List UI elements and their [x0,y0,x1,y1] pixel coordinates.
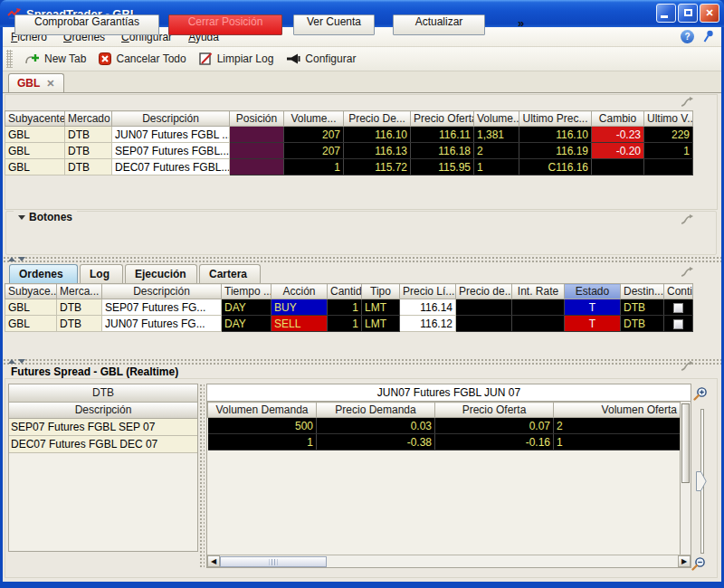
col-volumen-demanda[interactable]: Volume... [284,111,344,127]
conti-checkbox[interactable] [673,303,683,313]
collapse-triangle-icon [18,215,25,220]
application-window: SpreadTrader - GBL ✕ Fichero Ordenes Con… [0,0,724,588]
ocol-int-rate[interactable]: Int. Rate [512,284,565,299]
position-row-dec07[interactable]: GBL DTB DEC07 Futures FGBL... 1 115.72 1… [5,159,693,175]
qcol-volumen-oferta[interactable]: Volumen Oferta [554,403,681,418]
col-precio-demanda[interactable]: Precio De... [344,111,411,127]
ocol-mercado[interactable]: Merca... [57,284,102,299]
detach-spread-icon[interactable] [681,361,693,372]
zoom-out-icon[interactable] [691,556,707,573]
col-precio-oferta[interactable]: Precio Oferta [411,111,474,127]
conti-checkbox[interactable] [673,319,683,329]
col-subyacente[interactable]: Subyacente [5,111,65,127]
ocol-destino[interactable]: Destin... [621,284,664,299]
descripcion-header[interactable]: Descripción [9,403,197,419]
configure-icon [286,52,300,65]
tab-cartera[interactable]: Cartera [199,264,261,283]
quote-row-sep07[interactable]: 500 0.03 0.07 2 [208,418,681,434]
spread-vertical-splitter[interactable] [199,384,205,568]
scroll-left-arrow[interactable]: ◀ [207,555,220,567]
splitter-down-icon[interactable] [18,359,25,364]
col-mercado[interactable]: Mercado [65,111,112,127]
ver-cuenta-button[interactable]: Ver Cuenta [293,14,375,35]
close-button[interactable]: ✕ [700,4,719,23]
spread-legs-panel: DTB Descripción SEP07 Futures FGBL SEP 0… [8,384,198,552]
botones-group: Botones [5,211,717,255]
toolbar: New Tab Cancelar Todo Limpiar Log Config… [3,47,721,71]
orders-table: Subyace... Merca... Descripción Tiempo .… [5,283,693,332]
col-cambio[interactable]: Cambio [592,111,644,127]
new-tab-button[interactable]: New Tab [19,50,92,68]
leg-row-dec07[interactable]: DEC07 Futures FGBL DEC 07 [9,436,197,453]
col-ultimo-volumen[interactable]: Ultimo V... [644,111,693,127]
ocol-contingente[interactable]: Conti... [664,284,693,299]
main-tab-strip: GBL ✕ [3,71,721,93]
quote-row-dec07[interactable]: 1 -0.38 -0.16 1 [208,434,681,450]
spread-quotes-panel: JUN07 Futures FGBL JUN 07 Volumen Demand… [206,384,691,568]
tab-ejecucion[interactable]: Ejecución [125,264,197,283]
botones-label[interactable]: Botones [14,211,77,223]
qcol-volumen-demanda[interactable]: Volumen Demanda [208,403,317,418]
more-buttons-chevron[interactable]: » [518,16,524,30]
scroll-right-arrow[interactable]: ▶ [678,555,691,567]
configurar-label: Configurar [305,52,356,65]
qcol-precio-oferta[interactable]: Precio Oferta [435,403,554,418]
scrollbar-thumb[interactable] [220,556,327,567]
maximize-button[interactable] [678,4,698,23]
leg-row-sep07[interactable]: SEP07 Futures FGBL SEP 07 [9,419,197,436]
toolbar-grip[interactable] [6,50,13,68]
spread-title: Futures Spread - GBL (Realtime) [11,365,178,378]
splitter-spread[interactable] [3,358,721,365]
actualizar-button[interactable]: Actualizar [393,14,485,35]
ocol-tiempo[interactable]: Tiempo ... [222,284,272,299]
col-ultimo-precio[interactable]: Ultimo Prec... [519,111,592,127]
detach-orders-icon[interactable] [681,267,693,278]
zoom-in-icon[interactable] [692,386,709,403]
splitter-up-icon[interactable] [8,257,15,261]
pin-icon[interactable] [703,30,714,43]
ocol-accion[interactable]: Acción [272,284,328,299]
minimize-button[interactable] [656,4,676,23]
scrollbar-thumb[interactable] [681,403,690,483]
tab-gbl[interactable]: GBL ✕ [8,73,64,92]
ocol-precio-limite[interactable]: Precio Lí... [400,284,456,299]
order-row-buy[interactable]: GBL DTB SEP07 Futures FG... DAY BUY 1 LM… [5,299,693,316]
position-row-jun07[interactable]: GBL DTB JUN07 Futures FGBL ... 207 116.1… [5,127,693,143]
ocol-precio-de[interactable]: Precio de... [456,284,512,299]
ocol-cantidad[interactable]: Cantid... [328,284,362,299]
detach-positions-icon[interactable] [681,97,693,108]
ocol-estado[interactable]: Estado [565,284,621,299]
quotes-horizontal-scrollbar[interactable]: ◀ ▶ [207,555,691,567]
qcol-precio-demanda[interactable]: Precio Demanda [317,403,435,418]
splitter-up-icon[interactable] [8,359,15,364]
depth-slider-thumb[interactable] [696,471,707,491]
limpiar-log-button[interactable]: Limpiar Log [193,50,281,68]
tab-gbl-label: GBL [17,77,40,90]
order-row-sell[interactable]: GBL DTB JUN07 Futures FG... DAY SELL 1 L… [5,316,693,332]
tab-log[interactable]: Log [80,264,123,283]
ocol-subyacente[interactable]: Subyace... [5,284,57,299]
help-icon[interactable]: ? [681,30,694,43]
cancelar-todo-button[interactable]: Cancelar Todo [92,50,192,68]
tab-ordenes[interactable]: Ordenes [9,264,78,283]
detach-botones-icon[interactable] [681,214,693,225]
cerrar-posicion-button[interactable]: Cerrar Posición [168,14,282,35]
position-row-sep07[interactable]: GBL DTB SEP07 Futures FGBL... 207 116.13… [5,143,693,159]
exchange-header[interactable]: DTB [9,384,197,403]
col-descripcion[interactable]: Descripción [112,111,230,127]
tab-close-icon[interactable]: ✕ [46,78,54,90]
spread-instrument-header[interactable]: JUN07 Futures FGBL JUN 07 [207,384,691,402]
ocol-tipo[interactable]: Tipo [362,284,400,299]
spread-quotes-table: Volumen Demanda Precio Demanda Precio Of… [207,402,681,450]
splitter-down-icon[interactable] [18,257,25,261]
col-volumen-oferta[interactable]: Volume... [474,111,519,127]
quotes-vertical-scrollbar[interactable] [680,402,691,555]
configurar-button[interactable]: Configurar [280,50,362,68]
cancelar-todo-label: Cancelar Todo [116,52,186,65]
splitter-orders[interactable] [3,256,721,262]
comprobar-garantias-button[interactable]: Comprobar Garantías [14,14,159,35]
positions-header-row: Subyacente Mercado Descripción Posición … [5,111,693,127]
ocol-descripcion[interactable]: Descripción [102,284,222,299]
position-cell [230,159,284,175]
col-posicion[interactable]: Posición [230,111,284,127]
